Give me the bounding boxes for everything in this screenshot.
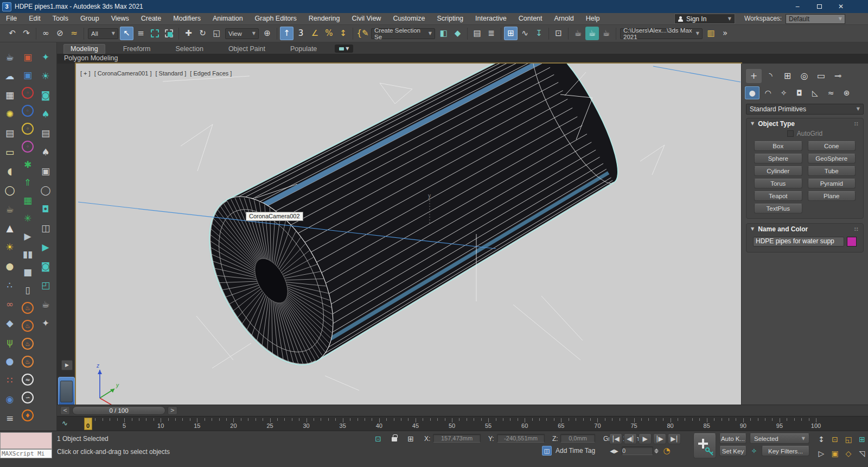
layer-manager-icon[interactable]: ▤	[470, 27, 484, 40]
category-dropdown[interactable]: Standard Primitives ▼	[746, 104, 864, 115]
menu-animation[interactable]: Animation	[207, 13, 249, 24]
close-button[interactable]: ✕	[830, 0, 852, 13]
menu-views[interactable]: Views	[105, 13, 135, 24]
tree-photo-icon[interactable]: ▣	[39, 164, 53, 178]
viewport-menu-shading[interactable]: [ Edged Faces ]	[190, 70, 232, 77]
dome-light-icon[interactable]: ◖	[3, 164, 17, 178]
fov-icon[interactable]: ▷	[815, 447, 828, 460]
redo-icon[interactable]: ↷	[20, 27, 33, 40]
crystal-icon[interactable]: ◆	[3, 316, 17, 330]
subtab-cameras[interactable]: ◘	[792, 86, 807, 99]
z-coordinate-field[interactable]: 0,0mm	[560, 434, 595, 443]
subtab-systems[interactable]: ⊛	[839, 86, 854, 99]
menu-interactive[interactable]: Interactive	[469, 13, 513, 24]
render-window-icon[interactable]: ▦	[3, 88, 17, 102]
water-circle-icon[interactable]: ◦	[21, 104, 35, 118]
maxscript-mini-label[interactable]: MAXScript Mi	[0, 449, 52, 458]
ribbon-tab-selection[interactable]: Selection	[168, 44, 210, 54]
selection-filter-dropdown[interactable]: All▼	[88, 28, 118, 39]
subtab-helpers[interactable]: ◺	[808, 86, 822, 99]
starburst-icon[interactable]: ✳	[21, 211, 35, 225]
angle-snap-icon[interactable]: ∠	[308, 27, 322, 40]
tab-motion[interactable]: ◎	[796, 69, 812, 83]
ribbon-tab-object-paint[interactable]: Object Paint	[221, 44, 272, 54]
edit-named-selection-icon[interactable]: {✎	[356, 27, 369, 40]
object-name-field[interactable]: HDPE pipes for water supp	[753, 237, 844, 247]
pine-icon[interactable]: ♠	[39, 145, 53, 159]
workspace-dropdown[interactable]: Default ▼	[786, 14, 845, 24]
rect-selection-region-icon[interactable]	[148, 27, 162, 40]
tree-list-icon[interactable]: ▤	[39, 126, 53, 140]
tab-utilities[interactable]: ⊸	[830, 69, 846, 83]
viewport-menu-pov[interactable]: [ CoronaCamera001 ]	[94, 70, 152, 77]
select-object-icon[interactable]: ↖	[120, 27, 133, 40]
unlink-icon[interactable]: ⊘	[53, 27, 67, 40]
menu-arnold[interactable]: Arnold	[548, 13, 580, 24]
layout-flyout-button[interactable]: ▶	[61, 360, 73, 370]
menu-file[interactable]: File	[0, 13, 23, 24]
frame-forward-button[interactable]: >	[168, 406, 177, 415]
ribbon-minimize-dropdown[interactable]: ▼	[335, 45, 353, 53]
menu-scripting[interactable]: Scripting	[431, 13, 469, 24]
menu-rendering[interactable]: Rendering	[303, 13, 346, 24]
cube-circle-icon[interactable]: ◦	[21, 140, 35, 154]
mini-curve-editor-icon[interactable]: ∿	[62, 420, 68, 427]
bind-spacewarp-icon[interactable]: ≈	[67, 27, 81, 40]
pause-sim-icon[interactable]: ▮▮	[21, 247, 35, 261]
render-setup-icon[interactable]: ☕	[571, 27, 585, 40]
autogrid-checkbox[interactable]	[787, 130, 794, 137]
phoenix-burst2-icon[interactable]: ♨	[21, 355, 35, 369]
teapot-outline-icon[interactable]: ☕	[39, 297, 53, 311]
sun-positioner-icon[interactable]: ☀	[39, 69, 53, 83]
menu-edit[interactable]: Edit	[23, 13, 47, 24]
zoom-extents-icon[interactable]: ◱	[842, 433, 855, 446]
tab-display[interactable]: ▭	[813, 69, 829, 83]
light-plane-icon[interactable]: ▭	[3, 145, 17, 159]
ribbon-panel-label[interactable]: Polygon Modeling	[57, 54, 868, 64]
menu-content[interactable]: Content	[513, 13, 548, 24]
time-configuration-icon[interactable]: ◔	[662, 446, 672, 456]
select-rotate-icon[interactable]: ↻	[196, 27, 209, 40]
menu-group[interactable]: Group	[74, 13, 105, 24]
viewport-menu-style[interactable]: [ Standard ]	[155, 70, 186, 77]
tab-hierarchy[interactable]: ⊞	[780, 69, 795, 83]
link-icon[interactable]: ∞	[39, 27, 53, 40]
menu-graph-editors[interactable]: Graph Editors	[249, 13, 303, 24]
ribbon-tab-populate[interactable]: Populate	[283, 44, 324, 54]
maxscript-mini-listener[interactable]	[0, 432, 52, 449]
absolute-mode-icon[interactable]: ⊞	[406, 434, 416, 443]
proxy-icon[interactable]: ◉	[3, 392, 17, 406]
scatter-icon[interactable]: ∴	[3, 278, 17, 292]
select-place-icon[interactable]: ↑	[280, 27, 293, 40]
render-production-icon[interactable]: ☕	[599, 27, 613, 40]
create-box-button[interactable]: Box	[754, 141, 802, 151]
ring-icon[interactable]: ◯	[39, 183, 53, 197]
water-box-icon[interactable]: ▣	[21, 68, 35, 82]
trees-icon[interactable]: ♠	[39, 107, 53, 121]
create-geosphere-button[interactable]: GeoSphere	[808, 154, 856, 163]
subtab-lights[interactable]: ✧	[776, 86, 791, 99]
trash-icon[interactable]: ▯	[21, 283, 35, 297]
zoom-all-icon[interactable]: ⊡	[828, 433, 841, 446]
object-type-header[interactable]: ▼ Object Type ∷	[746, 118, 863, 129]
spinner-snap-icon[interactable]: ↕	[336, 27, 350, 40]
isolate-selection-icon[interactable]: ⊡	[373, 434, 383, 443]
sphere-light-icon[interactable]: ●	[3, 259, 17, 273]
maximize-button[interactable]	[808, 0, 830, 13]
x-coordinate-field[interactable]: 157,473mm	[433, 434, 481, 443]
use-pivot-center-icon[interactable]: ⊕	[260, 27, 274, 40]
grass-icon[interactable]: ψ	[3, 335, 17, 349]
create-sphere-button[interactable]: Sphere	[754, 154, 802, 163]
create-teapot-button[interactable]: Teapot	[754, 191, 802, 201]
viewport-layout-thumb[interactable]	[58, 377, 75, 406]
go-to-end-icon[interactable]: ▶|	[668, 433, 681, 444]
molecule-icon[interactable]: ∞	[3, 297, 17, 311]
subtab-shapes[interactable]: ◠	[761, 86, 775, 99]
toggle-ribbon-icon[interactable]: ⊞	[504, 27, 518, 40]
set-keys-button[interactable]	[693, 433, 716, 458]
menu-customize[interactable]: Customize	[387, 13, 431, 24]
y-coordinate-field[interactable]: -240,551mm	[497, 434, 545, 443]
create-pyramid-button[interactable]: Pyramid	[808, 179, 856, 188]
tab-modify[interactable]: ◝	[763, 69, 778, 83]
snap-3d-icon[interactable]: 3	[294, 27, 308, 40]
